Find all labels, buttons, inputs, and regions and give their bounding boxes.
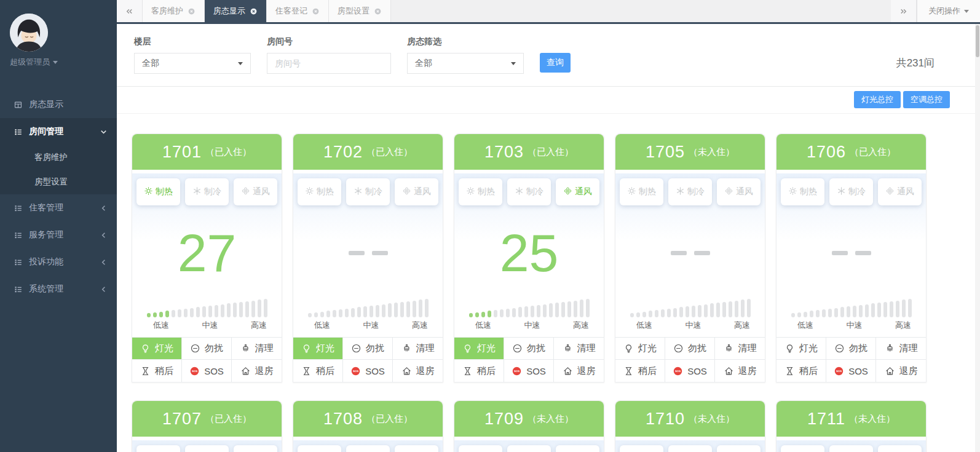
action-light-button[interactable]: 灯光 [454, 338, 504, 360]
mode-cool-button[interactable]: 制冷 [346, 178, 390, 205]
avatar[interactable] [10, 14, 48, 52]
mode-cool-button[interactable]: 制冷 [507, 178, 551, 205]
action-dnd-button[interactable]: 勿扰 [665, 338, 715, 360]
mode-heat-button[interactable]: 制热 [298, 178, 341, 205]
mode-fan-button[interactable]: 通风 [556, 445, 599, 452]
action-checkout-button[interactable]: 退房 [715, 360, 765, 382]
action-later-button[interactable]: 稍后 [454, 360, 504, 382]
room-number-input[interactable] [267, 53, 391, 74]
action-sos-button[interactable]: SOS SOS [182, 360, 232, 382]
sidebar-item-guest-management[interactable]: 住客管理 [0, 194, 117, 221]
mode-fan-button[interactable]: 通风 [395, 178, 438, 205]
scrollbar-thumb[interactable] [976, 25, 979, 57]
mode-fan-button[interactable]: 通风 [556, 178, 599, 205]
mode-heat-button[interactable]: 制热 [298, 445, 341, 452]
tab-room-status-display[interactable]: 房态显示 [205, 0, 267, 22]
chevron-down-icon [99, 127, 108, 137]
mode-cool-button[interactable]: 制冷 [668, 445, 712, 452]
mode-cool-button[interactable]: 制冷 [668, 178, 712, 205]
action-later-button[interactable]: 稍后 [132, 360, 182, 382]
mode-fan-button[interactable]: 通风 [234, 445, 277, 452]
close-icon[interactable] [374, 7, 382, 15]
sidebar-item-complaint-functions[interactable]: 投诉功能 [0, 248, 117, 276]
mode-heat-button[interactable]: 制热 [459, 445, 502, 452]
action-light-button[interactable]: 灯光 [132, 338, 182, 360]
action-light-button[interactable]: 灯光 [615, 338, 665, 360]
mode-fan-button[interactable]: 通风 [234, 178, 277, 205]
action-sos-button[interactable]: SOS SOS [504, 360, 554, 382]
action-dnd-button[interactable]: 勿扰 [826, 338, 876, 360]
close-operations-label: 关闭操作 [928, 6, 960, 17]
total-rooms-count: 共231间 [896, 56, 935, 70]
fan-speed-slider[interactable] [454, 296, 604, 317]
action-dnd-button[interactable]: 勿扰 [343, 338, 393, 360]
ac-master-control-button[interactable]: 空调总控 [903, 91, 950, 108]
action-clean-button[interactable]: 清理 [232, 338, 282, 360]
action-later-button[interactable]: 稍后 [615, 360, 665, 382]
action-sos-button[interactable]: SOS SOS [826, 360, 876, 382]
action-sos-button[interactable]: SOS SOS [665, 360, 715, 382]
sidebar-item-room-status[interactable]: 房态显示 [0, 91, 117, 118]
action-clean-button[interactable]: 清理 [715, 338, 765, 360]
mode-heat-button[interactable]: 制热 [620, 445, 663, 452]
mode-fan-button[interactable]: 通风 [717, 178, 761, 205]
mode-heat-button[interactable]: 制热 [620, 178, 663, 205]
close-operations-dropdown[interactable]: 关闭操作 [917, 0, 980, 22]
sidebar-subitem-roomtype-settings[interactable]: 房型设置 [0, 170, 117, 194]
action-label: 退房 [577, 365, 596, 377]
light-master-control-button[interactable]: 灯光总控 [854, 91, 901, 108]
action-clean-button[interactable]: 清理 [554, 338, 604, 360]
action-light-button[interactable]: 灯光 [776, 338, 826, 360]
tabs-scroll-right-button[interactable] [891, 0, 917, 22]
floor-filter-group: 楼层 全部 [134, 36, 251, 74]
action-later-button[interactable]: 稍后 [776, 360, 826, 382]
hourglass-icon [140, 366, 151, 376]
user-menu[interactable]: 超级管理员 [10, 57, 117, 68]
tab-guest-registration[interactable]: 住客登记 [267, 0, 329, 22]
status-select[interactable]: 全部 [407, 53, 524, 74]
mode-heat-button[interactable]: 制热 [136, 445, 180, 452]
mode-cool-button[interactable]: 制冷 [185, 445, 229, 452]
sidebar-item-service-management[interactable]: 服务管理 [0, 221, 117, 248]
fan-speed-slider[interactable] [132, 296, 282, 317]
floor-select[interactable]: 全部 [134, 53, 251, 74]
sidebar-subitem-guestroom-maintenance[interactable]: 客房维护 [0, 145, 117, 170]
fan-speed-bar [729, 301, 732, 317]
search-button[interactable]: 查询 [540, 53, 571, 73]
mode-heat-button[interactable]: 制热 [459, 178, 502, 205]
sidebar-item-room-management[interactable]: 房间管理 [0, 118, 117, 145]
close-icon[interactable] [188, 7, 196, 15]
mode-cool-button[interactable]: 制冷 [185, 178, 229, 205]
fan-speed-slider[interactable] [776, 296, 926, 317]
action-dnd-button[interactable]: 勿扰 [504, 338, 554, 360]
tabs-scroll-left-button[interactable] [117, 0, 143, 22]
action-checkout-button[interactable]: 退房 [554, 360, 604, 382]
action-later-button[interactable]: 稍后 [293, 360, 343, 382]
mode-cool-button[interactable]: 制冷 [829, 445, 873, 452]
tab-guestroom-maintenance[interactable]: 客房维护 [143, 0, 205, 22]
close-icon[interactable] [312, 7, 320, 15]
action-sos-button[interactable]: SOS SOS [343, 360, 393, 382]
fan-speed-slider[interactable] [615, 296, 765, 317]
action-checkout-button[interactable]: 退房 [232, 360, 282, 382]
mode-fan-button[interactable]: 通风 [395, 445, 438, 452]
mode-fan-button[interactable]: 通风 [878, 178, 922, 205]
mode-cool-button[interactable]: 制冷 [346, 445, 390, 452]
action-clean-button[interactable]: 清理 [393, 338, 443, 360]
action-checkout-button[interactable]: 退房 [393, 360, 443, 382]
mode-fan-button[interactable]: 通风 [878, 445, 922, 452]
fan-speed-slider[interactable] [293, 296, 443, 317]
mode-heat-button[interactable]: 制热 [781, 445, 824, 452]
action-light-button[interactable]: 灯光 [293, 338, 343, 360]
mode-fan-button[interactable]: 通风 [717, 445, 761, 452]
action-checkout-button[interactable]: 退房 [876, 360, 926, 382]
tab-roomtype-settings[interactable]: 房型设置 [329, 0, 391, 22]
sidebar-item-system-management[interactable]: 系统管理 [0, 276, 117, 303]
mode-cool-button[interactable]: 制冷 [829, 178, 873, 205]
action-clean-button[interactable]: 清理 [876, 338, 926, 360]
action-dnd-button[interactable]: 勿扰 [182, 338, 232, 360]
mode-cool-button[interactable]: 制冷 [507, 445, 551, 452]
close-icon[interactable] [250, 7, 258, 15]
mode-heat-button[interactable]: 制热 [781, 178, 824, 205]
mode-heat-button[interactable]: 制热 [136, 178, 180, 205]
